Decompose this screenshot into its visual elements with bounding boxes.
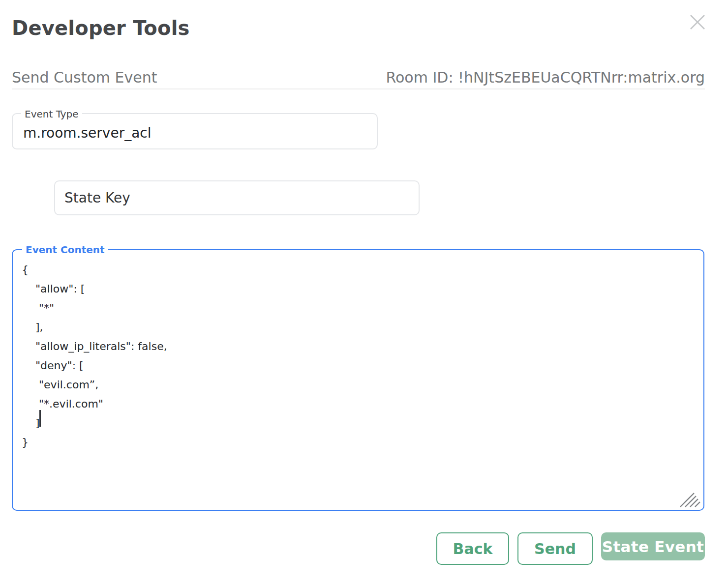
close-button[interactable] [688,13,707,31]
dialog-title: Developer Tools [12,17,190,39]
state-event-button[interactable]: State Event [601,532,705,560]
dialog-subheader: Send Custom Event Room ID: !hNJtSzEBEUaC… [12,69,705,86]
resize-handle-icon[interactable] [679,493,701,507]
header-divider [12,88,705,89]
developer-tools-dialog: Developer Tools Send Custom Event Room I… [0,0,728,585]
back-button[interactable]: Back [436,532,509,565]
send-button[interactable]: Send [517,532,593,565]
close-icon [689,14,706,30]
event-content-editor[interactable]: { "allow": [ "*" ], "allow_ip_literals":… [13,250,703,510]
state-key-input[interactable] [55,181,419,214]
text-cursor [39,410,41,427]
section-title: Send Custom Event [12,69,157,86]
state-key-field [54,180,420,215]
event-type-label: Event Type [21,108,82,120]
room-id-label: Room ID: !hNJtSzEBEUaCQRTNrr:matrix.org [386,69,705,86]
event-type-field: Event Type [12,113,378,149]
event-content-field: Event Content { "allow": [ "*" ], "allow… [12,249,704,511]
